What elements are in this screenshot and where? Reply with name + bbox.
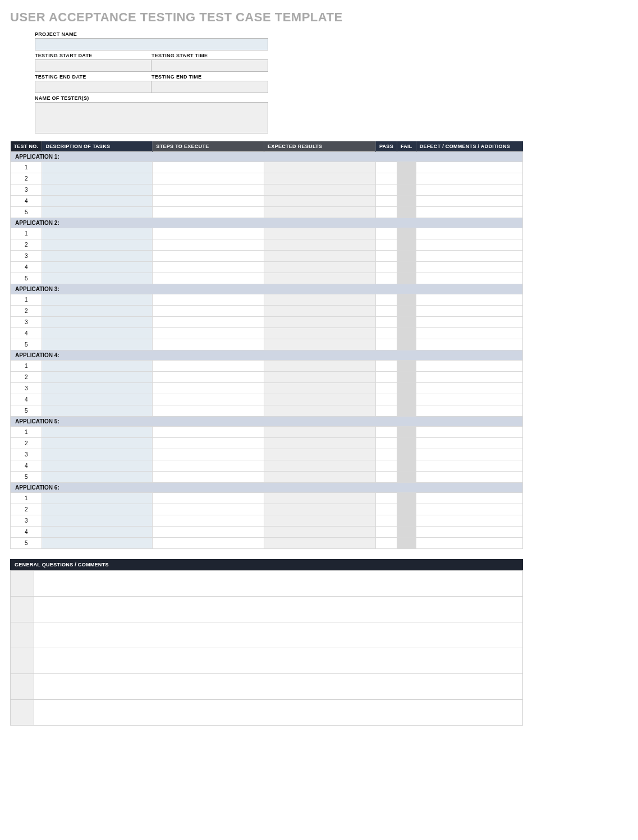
cell-defect[interactable] <box>416 504 522 515</box>
cell-defect[interactable] <box>416 273 522 284</box>
cell-pass[interactable] <box>375 394 397 405</box>
cell-description[interactable] <box>42 361 153 372</box>
cell-expected[interactable] <box>264 493 375 504</box>
cell-description[interactable] <box>42 207 153 218</box>
cell-defect[interactable] <box>416 251 522 262</box>
cell-expected[interactable] <box>264 538 375 549</box>
cell-steps[interactable] <box>153 339 264 350</box>
cell-defect[interactable] <box>416 184 522 196</box>
cell-description[interactable] <box>42 405 153 417</box>
cell-fail[interactable] <box>397 239 416 251</box>
cell-steps[interactable] <box>153 372 264 383</box>
cell-defect[interactable] <box>416 493 522 504</box>
cell-expected[interactable] <box>264 173 375 184</box>
cell-fail[interactable] <box>397 339 416 350</box>
cell-description[interactable] <box>42 162 153 173</box>
cell-steps[interactable] <box>153 196 264 207</box>
cell-steps[interactable] <box>153 184 264 196</box>
cell-defect[interactable] <box>416 515 522 527</box>
cell-pass[interactable] <box>375 449 397 460</box>
cell-steps[interactable] <box>153 394 264 405</box>
cell-fail[interactable] <box>397 251 416 262</box>
cell-description[interactable] <box>42 383 153 394</box>
cell-expected[interactable] <box>264 262 375 273</box>
cell-pass[interactable] <box>375 273 397 284</box>
end-date-input[interactable] <box>35 81 152 93</box>
cell-fail[interactable] <box>397 460 416 472</box>
cell-expected[interactable] <box>264 361 375 372</box>
cell-expected[interactable] <box>264 251 375 262</box>
cell-steps[interactable] <box>153 306 264 317</box>
cell-expected[interactable] <box>264 394 375 405</box>
cell-defect[interactable] <box>416 162 522 173</box>
gq-main-cell[interactable] <box>34 597 523 622</box>
cell-steps[interactable] <box>153 449 264 460</box>
cell-pass[interactable] <box>375 162 397 173</box>
cell-defect[interactable] <box>416 339 522 350</box>
cell-fail[interactable] <box>397 493 416 504</box>
cell-fail[interactable] <box>397 294 416 306</box>
cell-description[interactable] <box>42 317 153 328</box>
cell-steps[interactable] <box>153 361 264 372</box>
cell-fail[interactable] <box>397 438 416 449</box>
cell-expected[interactable] <box>264 328 375 339</box>
cell-pass[interactable] <box>375 184 397 196</box>
cell-steps[interactable] <box>153 405 264 417</box>
cell-fail[interactable] <box>397 515 416 527</box>
cell-defect[interactable] <box>416 294 522 306</box>
cell-steps[interactable] <box>153 239 264 251</box>
gq-main-cell[interactable] <box>34 648 523 674</box>
cell-defect[interactable] <box>416 228 522 239</box>
project-name-input[interactable] <box>35 38 268 50</box>
cell-pass[interactable] <box>375 262 397 273</box>
cell-fail[interactable] <box>397 207 416 218</box>
cell-pass[interactable] <box>375 527 397 538</box>
cell-steps[interactable] <box>153 460 264 472</box>
cell-steps[interactable] <box>153 504 264 515</box>
cell-expected[interactable] <box>264 438 375 449</box>
cell-defect[interactable] <box>416 372 522 383</box>
cell-steps[interactable] <box>153 515 264 527</box>
cell-defect[interactable] <box>416 383 522 394</box>
cell-steps[interactable] <box>153 228 264 239</box>
cell-pass[interactable] <box>375 472 397 483</box>
cell-steps[interactable] <box>153 527 264 538</box>
cell-defect[interactable] <box>416 207 522 218</box>
cell-steps[interactable] <box>153 262 264 273</box>
cell-steps[interactable] <box>153 273 264 284</box>
cell-steps[interactable] <box>153 294 264 306</box>
cell-expected[interactable] <box>264 306 375 317</box>
cell-expected[interactable] <box>264 273 375 284</box>
cell-fail[interactable] <box>397 173 416 184</box>
cell-description[interactable] <box>42 184 153 196</box>
cell-pass[interactable] <box>375 372 397 383</box>
gq-main-cell[interactable] <box>34 700 523 726</box>
gq-main-cell[interactable] <box>34 622 523 648</box>
cell-description[interactable] <box>42 294 153 306</box>
gq-side-cell[interactable] <box>11 571 34 597</box>
cell-expected[interactable] <box>264 317 375 328</box>
cell-expected[interactable] <box>264 228 375 239</box>
cell-description[interactable] <box>42 239 153 251</box>
cell-expected[interactable] <box>264 405 375 417</box>
cell-pass[interactable] <box>375 207 397 218</box>
cell-pass[interactable] <box>375 239 397 251</box>
end-time-input[interactable] <box>152 81 268 93</box>
cell-fail[interactable] <box>397 449 416 460</box>
cell-steps[interactable] <box>153 207 264 218</box>
cell-description[interactable] <box>42 394 153 405</box>
cell-defect[interactable] <box>416 262 522 273</box>
cell-fail[interactable] <box>397 538 416 549</box>
cell-defect[interactable] <box>416 449 522 460</box>
cell-defect[interactable] <box>416 427 522 438</box>
cell-steps[interactable] <box>153 427 264 438</box>
cell-steps[interactable] <box>153 538 264 549</box>
cell-defect[interactable] <box>416 306 522 317</box>
cell-steps[interactable] <box>153 383 264 394</box>
cell-expected[interactable] <box>264 527 375 538</box>
cell-defect[interactable] <box>416 460 522 472</box>
gq-side-cell[interactable] <box>11 674 34 700</box>
cell-fail[interactable] <box>397 328 416 339</box>
cell-pass[interactable] <box>375 493 397 504</box>
cell-steps[interactable] <box>153 438 264 449</box>
